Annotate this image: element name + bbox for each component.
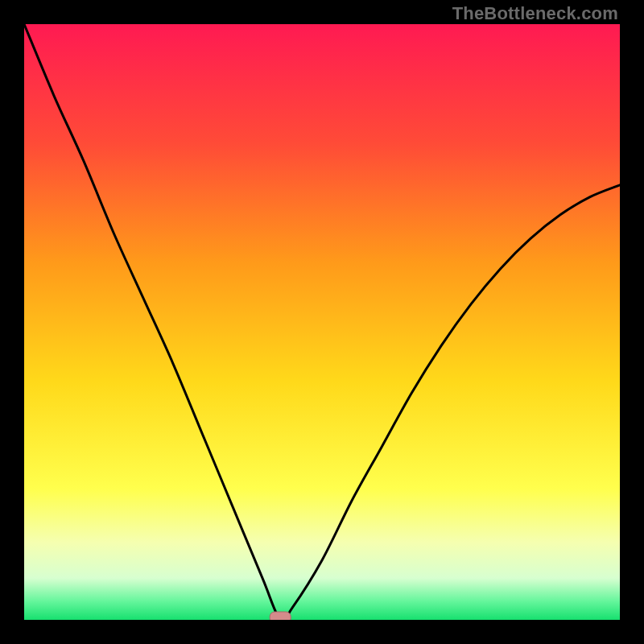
watermark-text: TheBottleneck.com	[452, 3, 618, 24]
chart-area	[24, 24, 620, 620]
gradient-background	[24, 24, 620, 620]
outer-frame: TheBottleneck.com	[0, 0, 644, 644]
optimal-point-marker	[270, 612, 291, 620]
chart-svg	[24, 24, 620, 620]
